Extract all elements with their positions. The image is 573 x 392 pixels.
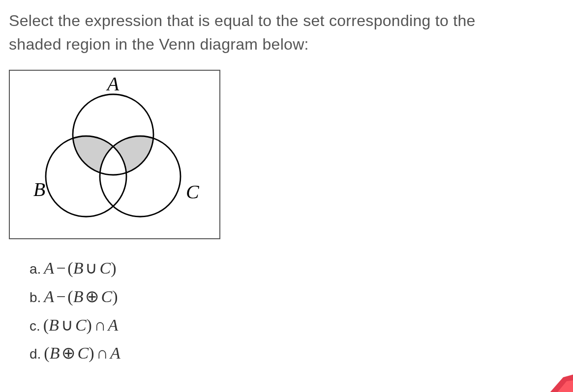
- option-expression: A−(B⊕C): [44, 282, 118, 311]
- prompt-line-1: Select the expression that is equal to t…: [9, 12, 476, 29]
- question-prompt: Select the expression that is equal to t…: [9, 9, 564, 56]
- option-d[interactable]: d. (B⊕C)∩A: [30, 339, 564, 367]
- venn-svg: A B C: [10, 71, 219, 238]
- option-letter: a.: [30, 257, 41, 281]
- option-letter: b.: [30, 286, 41, 309]
- annotation-mark-icon: [530, 364, 573, 392]
- venn-label-a: A: [106, 73, 120, 95]
- answer-options: a. A−(B∪C) b. A−(B⊕C) c. (B∪C)∩A d. (B⊕C…: [9, 254, 564, 367]
- option-letter: d.: [30, 342, 41, 366]
- prompt-line-2: shaded region in the Venn diagram below:: [9, 35, 309, 53]
- option-c[interactable]: c. (B∪C)∩A: [30, 311, 564, 339]
- option-letter: c.: [30, 314, 40, 338]
- option-expression: (B⊕C)∩A: [44, 339, 120, 367]
- question-page: Select the expression that is equal to t…: [0, 0, 573, 367]
- option-a[interactable]: a. A−(B∪C): [30, 254, 564, 282]
- option-b[interactable]: b. A−(B⊕C): [30, 282, 564, 311]
- venn-diagram: A B C: [9, 70, 220, 239]
- option-expression: (B∪C)∩A: [43, 311, 118, 339]
- option-expression: A−(B∪C): [44, 254, 116, 282]
- venn-label-c: C: [186, 181, 200, 203]
- venn-label-b: B: [33, 178, 45, 200]
